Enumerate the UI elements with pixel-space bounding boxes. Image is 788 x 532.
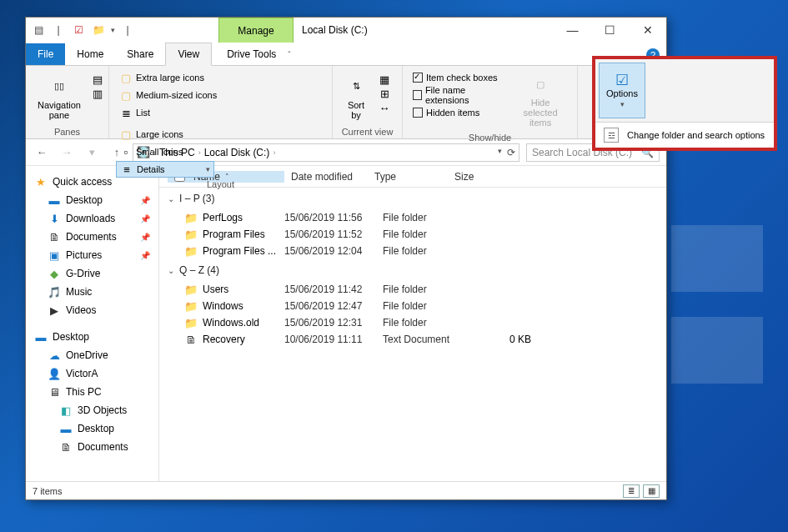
sidebar-3d-objects[interactable]: ◧3D Objects (29, 401, 155, 419)
layout-small[interactable]: ▫Small icons (116, 143, 214, 160)
layout-dropdown-icon[interactable]: ▾ (206, 165, 210, 173)
file-name: Users (203, 284, 228, 295)
change-folder-options[interactable]: ☲ Change folder and search options (595, 122, 774, 148)
sidebar-desktop-root[interactable]: ▬Desktop (29, 328, 155, 346)
file-row[interactable]: 📁Program Files15/06/2019 11:52File folde… (159, 226, 666, 243)
sidebar-desktop[interactable]: ▬Desktop📌 (29, 191, 155, 209)
star-icon: ★ (34, 175, 48, 188)
add-columns-icon[interactable]: ⊞ (378, 87, 391, 100)
folder-icon: 📁 (184, 228, 198, 241)
pin-icon: 📌 (140, 196, 150, 205)
sidebar-documents[interactable]: 🗎Documents📌 (29, 228, 155, 246)
navigation-pane-label: Navigation pane (38, 100, 81, 120)
options-popover: ☑ Options ▾ ☲ Change folder and search o… (592, 56, 777, 151)
preview-pane-icon[interactable]: ▤ (91, 73, 104, 86)
recent-locations-icon[interactable]: ▾ (83, 143, 101, 162)
folder-icon: 📁 (184, 283, 198, 296)
folder-icon: 📁 (184, 244, 198, 258)
close-button[interactable]: ✕ (629, 18, 666, 43)
hide-items-icon: ▢ (529, 73, 552, 96)
sidebar-downloads[interactable]: ⬇Downloads📌 (29, 209, 155, 228)
qat-separator: | (51, 23, 66, 38)
layout-details[interactable]: ≡Details▾ (116, 161, 214, 178)
file-group-header[interactable]: ⌄Q – Z (4) (159, 259, 666, 281)
tab-home[interactable]: Home (65, 43, 115, 65)
qat-properties-icon[interactable]: ▤ (31, 23, 46, 38)
window-title: Local Disk (C:) (302, 24, 368, 36)
column-size[interactable]: Size (448, 171, 498, 183)
forward-button[interactable]: → (58, 143, 76, 162)
details-pane-icon[interactable]: ▥ (91, 87, 104, 100)
file-icon: 🗎 (184, 333, 198, 346)
file-group-header[interactable]: ⌄I – P (3) (159, 188, 666, 209)
sidebar-music[interactable]: 🎵Music (29, 283, 155, 301)
layout-extra-large[interactable]: ▢Extra large icons (116, 69, 223, 86)
file-name-extensions[interactable]: File name extensions (409, 87, 505, 103)
ribbon-collapse-icon[interactable]: ˆ (288, 51, 290, 60)
tab-file[interactable]: File (26, 43, 65, 65)
file-list[interactable]: ⌄I – P (3)📁PerfLogs15/06/2019 11:56File … (159, 188, 666, 481)
sidebar-documents-3[interactable]: 🗎Documents (29, 438, 155, 456)
tab-drive-tools[interactable]: Drive Tools (215, 43, 288, 65)
qat-folder-icon[interactable]: 📁 (91, 23, 106, 38)
file-name: Windows.old (203, 317, 259, 329)
sidebar-user[interactable]: 👤VictorA (29, 364, 155, 383)
contextual-tab-manage[interactable]: Manage (218, 18, 294, 43)
navigation-pane[interactable]: ★Quick access ▬Desktop📌 ⬇Downloads📌 🗎Doc… (26, 166, 159, 481)
navigation-pane-button[interactable]: ▯▯ Navigation pane (33, 69, 86, 125)
maximize-button[interactable]: ☐ (591, 18, 629, 43)
view-details-icon[interactable]: ≣ (623, 484, 640, 498)
file-row[interactable]: 📁PerfLogs15/06/2019 11:56File folder (159, 209, 666, 226)
layout-lg-icon: ▢ (119, 128, 133, 141)
column-type[interactable]: Type (368, 171, 448, 183)
sidebar-desktop-3[interactable]: ▬Desktop (29, 419, 155, 438)
file-row[interactable]: 📁Users15/06/2019 11:42File folder (159, 281, 666, 298)
file-row[interactable]: 📁Windows15/06/2019 12:47File folder (159, 298, 666, 314)
options-icon: ☑ (615, 73, 629, 87)
documents-icon: 🗎 (48, 230, 61, 243)
sidebar-pictures[interactable]: ▣Pictures📌 (29, 246, 155, 264)
chevron-down-icon: ⌄ (168, 266, 174, 275)
view-large-icon[interactable]: ▦ (643, 484, 660, 498)
sort-by-button[interactable]: ⇅ Sort by (339, 69, 373, 125)
sidebar-this-pc[interactable]: 🖥This PC (29, 383, 155, 401)
refresh-icon[interactable]: ⟳ (507, 147, 515, 158)
pin-icon: 📌 (140, 251, 150, 260)
size-columns-icon[interactable]: ↔ (378, 101, 391, 114)
file-row[interactable]: 📁Program Files ...15/06/2019 12:04File f… (159, 243, 666, 259)
tab-view[interactable]: View (165, 43, 212, 66)
qat-checkbox-icon[interactable]: ☑ (71, 23, 86, 38)
sidebar-videos[interactable]: ▶Videos (29, 301, 155, 319)
layout-large[interactable]: ▢Large icons (116, 126, 214, 143)
status-bar: 7 items ≣ ▦ (26, 481, 666, 499)
hide-selected-items[interactable]: ▢ Hide selected items (510, 69, 570, 131)
options-button[interactable]: ☑ Options ▾ (599, 63, 645, 118)
sidebar-gdrive[interactable]: ◆G-Drive (29, 264, 155, 283)
minimize-button[interactable]: — (554, 18, 591, 43)
qat-overflow-icon[interactable]: ▾ (111, 26, 115, 34)
hidden-items[interactable]: Hidden items (409, 104, 505, 121)
file-type: File folder (383, 317, 474, 329)
checkbox-off-icon (413, 108, 423, 118)
back-button[interactable]: ← (33, 143, 51, 162)
layout-list-icon: ≣ (119, 106, 133, 119)
file-date: 15/06/2019 11:56 (284, 212, 376, 223)
file-date: 15/06/2019 12:31 (284, 317, 376, 329)
layout-medium[interactable]: ▢Medium-sized icons (116, 87, 223, 103)
group-label: Q – Z (4) (179, 264, 219, 276)
file-date: 15/06/2019 12:04 (284, 245, 376, 257)
this-pc-icon: 🖥 (48, 385, 61, 399)
group-by-icon[interactable]: ▦ (378, 73, 391, 86)
layout-med-icon: ▢ (119, 88, 133, 102)
tab-share[interactable]: Share (115, 43, 165, 65)
layout-list[interactable]: ≣List (116, 104, 223, 121)
file-name: Program Files (203, 228, 265, 240)
sidebar-onedrive[interactable]: ☁OneDrive (29, 346, 155, 364)
folder-icon: 📁 (184, 299, 198, 313)
file-row[interactable]: 📁Windows.old15/06/2019 12:31File folder (159, 314, 666, 331)
file-row[interactable]: 🗎Recovery10/06/2019 11:11Text Document0 … (159, 331, 666, 348)
address-dropdown-icon[interactable]: ▾ (498, 147, 502, 158)
file-date: 10/06/2019 11:11 (284, 334, 376, 345)
desktop-icon: ▬ (34, 330, 48, 344)
item-check-boxes[interactable]: Item check boxes (409, 69, 505, 86)
